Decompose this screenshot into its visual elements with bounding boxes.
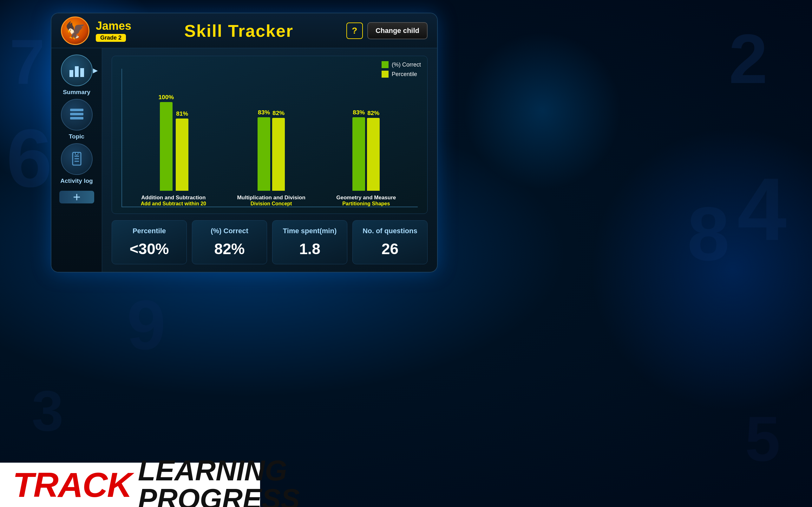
topic-icon xyxy=(61,99,93,130)
sidebar-label-topic: Topic xyxy=(69,133,84,140)
stat-title-correct: (%) Correct xyxy=(197,227,262,235)
bar-yellow-3 xyxy=(367,118,380,191)
banner-track: TRACK xyxy=(13,467,132,502)
stat-value-percentile: <30% xyxy=(117,240,182,258)
bar-subtitle-2: Division Concept xyxy=(251,201,292,207)
svg-rect-0 xyxy=(69,70,73,77)
legend-swatch-percentile xyxy=(382,71,389,78)
stat-title-questions: No. of questions xyxy=(358,227,422,235)
stat-card-correct: (%) Correct 82% xyxy=(192,220,267,264)
chart-section: (%) Correct Percentile 100% xyxy=(112,56,427,214)
bar-label-100: 100% xyxy=(159,94,174,101)
change-child-button[interactable]: Change child xyxy=(367,22,427,39)
bar-group-geometry: 83% 82% Geometry and Measure Partitionin… xyxy=(336,109,396,207)
bar-yellow-1 xyxy=(176,118,189,191)
sidebar-arrow-summary: ▶ xyxy=(93,66,98,74)
bar-label-81: 81% xyxy=(176,110,188,117)
svg-rect-5 xyxy=(70,117,84,119)
user-info: James Grade 2 xyxy=(96,19,131,42)
activity-log-icon xyxy=(61,143,93,175)
bar-percentile-3: 82% xyxy=(367,110,380,191)
svg-rect-2 xyxy=(80,68,84,77)
bar-group-addition: 100% 81% Addition and Subtraction Add an… xyxy=(141,94,206,207)
content-area: ▶ Summary Topic xyxy=(51,48,437,272)
bar-title-1: Addition and Subtraction xyxy=(141,194,206,201)
legend-swatch-correct xyxy=(382,61,389,68)
stat-card-questions: No. of questions 26 xyxy=(352,220,427,264)
bar-label-83b: 83% xyxy=(353,109,365,116)
main-panel: 🦅 James Grade 2 Skill Tracker ? Change c… xyxy=(51,13,438,273)
bar-correct-1: 100% xyxy=(159,94,174,191)
bars-row-3: 83% 82% xyxy=(352,109,380,191)
legend-percentile: Percentile xyxy=(382,71,421,78)
stat-card-percentile: Percentile <30% xyxy=(112,220,187,264)
bar-green-3 xyxy=(352,117,365,191)
banner-learning: LEARNING PROGRESS xyxy=(138,456,300,507)
bar-label-82b: 82% xyxy=(367,110,379,117)
stat-title-percentile: Percentile xyxy=(117,227,182,235)
header: 🦅 James Grade 2 Skill Tracker ? Change c… xyxy=(51,13,437,48)
svg-rect-4 xyxy=(70,113,84,115)
bar-percentile-2: 82% xyxy=(272,110,285,191)
legend-label-percentile: Percentile xyxy=(392,71,417,78)
bar-green-2 xyxy=(258,117,270,191)
main-content: (%) Correct Percentile 100% xyxy=(102,48,437,272)
stat-title-time: Time spent(min) xyxy=(277,227,342,235)
bar-correct-2: 83% xyxy=(258,109,270,191)
sidebar-item-summary[interactable]: ▶ Summary xyxy=(56,55,97,96)
bar-label-83a: 83% xyxy=(258,109,270,116)
stat-value-questions: 26 xyxy=(358,240,422,258)
summary-icon: ▶ xyxy=(61,55,93,86)
stats-section: Percentile <30% (%) Correct 82% Time spe… xyxy=(112,220,427,264)
sidebar-label-summary: Summary xyxy=(63,89,90,96)
sidebar-extra-button[interactable] xyxy=(59,191,94,204)
app-title: Skill Tracker xyxy=(131,21,346,41)
bar-title-2: Multiplication and Division xyxy=(237,194,305,201)
svg-rect-3 xyxy=(70,109,84,111)
bars-row-2: 83% 82% xyxy=(258,109,285,191)
help-button[interactable]: ? xyxy=(346,22,363,39)
bar-title-3: Geometry and Measure xyxy=(336,194,396,201)
stat-card-time: Time spent(min) 1.8 xyxy=(272,220,347,264)
bar-percentile-1: 81% xyxy=(176,110,189,191)
grade-badge: Grade 2 xyxy=(96,34,126,42)
sidebar: ▶ Summary Topic xyxy=(51,48,102,272)
bottom-banner: TRACK LEARNING PROGRESS xyxy=(0,463,260,507)
bar-correct-3: 83% xyxy=(352,109,365,191)
sidebar-item-activity-log[interactable]: Activity log xyxy=(56,143,97,184)
sidebar-label-activity-log: Activity log xyxy=(60,177,93,184)
svg-point-10 xyxy=(75,153,78,155)
stat-value-time: 1.8 xyxy=(277,240,342,258)
bar-subtitle-1: Add and Subtract within 20 xyxy=(141,201,206,207)
user-name: James xyxy=(96,19,131,33)
sidebar-item-topic[interactable]: Topic xyxy=(56,99,97,140)
chart-bars-container: 100% 81% Addition and Subtraction Add an… xyxy=(121,69,418,207)
bars-row-1: 100% 81% xyxy=(159,94,189,191)
avatar: 🦅 xyxy=(61,16,90,45)
legend-correct: (%) Correct xyxy=(382,61,421,68)
bar-subtitle-3: Partitioning Shapes xyxy=(342,201,390,207)
chart-legend: (%) Correct Percentile xyxy=(382,61,421,78)
svg-rect-1 xyxy=(75,66,79,77)
bar-green-1 xyxy=(160,102,172,191)
bar-label-82a: 82% xyxy=(272,110,285,117)
bar-yellow-2 xyxy=(272,118,285,191)
bar-group-multiplication: 83% 82% Multiplication and Division Divi… xyxy=(237,109,305,207)
avatar-image: 🦅 xyxy=(62,17,89,44)
stat-value-correct: 82% xyxy=(197,240,262,258)
legend-label-correct: (%) Correct xyxy=(392,61,421,68)
